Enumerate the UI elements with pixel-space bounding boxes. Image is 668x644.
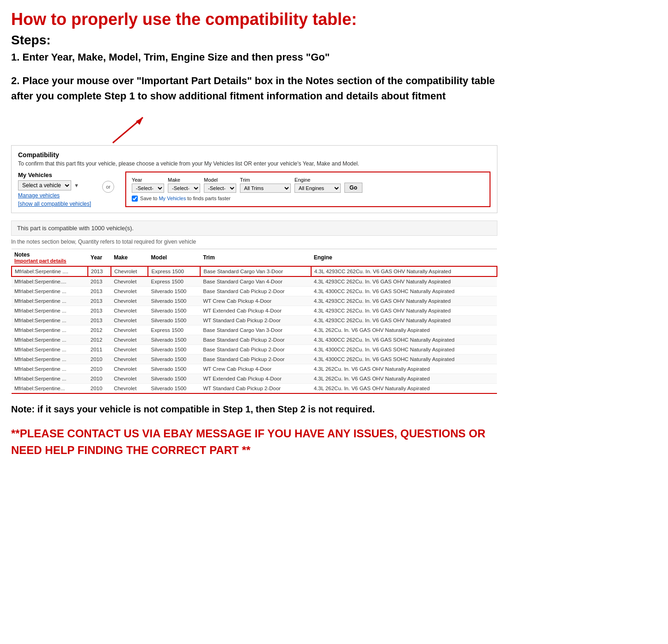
model-cell: Silverado 1500 (148, 344, 200, 354)
make-field: Make -Select- (168, 177, 200, 193)
year-cell: 2010 (88, 374, 111, 383)
make-cell: Chevrolet (111, 286, 148, 296)
save-checkbox-row: Save to My Vehicles to finds parts faste… (132, 196, 484, 202)
notes-cell: Mfrlabel:Serpentine... (12, 383, 88, 393)
trim-cell: Base Standard Cargo Van 3-Door (200, 325, 311, 335)
model-cell: Silverado 1500 (148, 383, 200, 393)
year-cell: 2010 (88, 383, 111, 393)
table-row: Mfrlabel:Serpentine ...2010ChevroletSilv… (12, 364, 497, 374)
model-cell: Silverado 1500 (148, 374, 200, 383)
make-cell: Chevrolet (111, 315, 148, 325)
year-label: Year (132, 177, 164, 183)
table-row: Mfrlabel:Serpentine ...2013ChevroletSilv… (12, 306, 497, 315)
trim-cell: Base Standard Cab Pickup 2-Door (200, 335, 311, 344)
steps-heading: Steps: (11, 33, 497, 48)
year-cell: 2013 (88, 286, 111, 296)
engine-cell: 4.3L 262Cu. In. V6 GAS OHV Naturally Asp… (311, 374, 497, 383)
table-header-row: Notes Important part details Year Make M… (12, 249, 497, 266)
make-cell: Chevrolet (111, 354, 148, 364)
engine-cell: 4.3L 262Cu. In. V6 GAS OHV Naturally Asp… (311, 325, 497, 335)
year-select[interactable]: -Select- (132, 184, 164, 193)
trim-cell: Base Standard Cargo Van 3-Door (200, 266, 311, 276)
trim-cell: Base Standard Cab Pickup 2-Door (200, 344, 311, 354)
quantity-note: In the notes section below, Quantity ref… (11, 239, 497, 245)
col-model: Model (148, 249, 200, 266)
year-field: Year -Select- (132, 177, 164, 193)
notes-cell: Mfrlabel:Serpentine ... (12, 335, 88, 344)
col-notes: Notes Important part details (12, 249, 88, 266)
model-cell: Silverado 1500 (148, 335, 200, 344)
year-cell: 2012 (88, 335, 111, 344)
model-cell: Silverado 1500 (148, 296, 200, 306)
compat-title: Compatibility (18, 151, 490, 159)
trim-cell: WT Crew Cab Pickup 4-Door (200, 364, 311, 374)
make-cell: Chevrolet (111, 364, 148, 374)
make-label: Make (168, 177, 200, 183)
show-all-link[interactable]: [show all compatible vehicles] (18, 201, 91, 207)
go-button[interactable]: Go (344, 183, 362, 193)
col-engine: Engine (311, 249, 497, 266)
trim-cell: Base Standard Cab Pickup 2-Door (200, 286, 311, 296)
manage-vehicles-link[interactable]: Manage vehicles (18, 192, 91, 199)
notes-cell: Mfrlabel:Serpentine .... (12, 266, 88, 276)
year-cell: 2013 (88, 296, 111, 306)
trim-field: Trim All Trims (240, 177, 291, 193)
make-cell: Chevrolet (111, 374, 148, 383)
model-cell: Silverado 1500 (148, 286, 200, 296)
table-row: Mfrlabel:Serpentine ...2013ChevroletSilv… (12, 296, 497, 306)
trim-label: Trim (240, 177, 291, 183)
trim-select[interactable]: All Trims (240, 184, 291, 193)
model-cell: Express 1500 (148, 325, 200, 335)
model-cell: Silverado 1500 (148, 354, 200, 364)
col-year: Year (88, 249, 111, 266)
trim-cell: WT Standard Cab Pickup 2-Door (200, 383, 311, 393)
year-cell: 2010 (88, 354, 111, 364)
engine-cell: 4.3L 4293CC 262Cu. In. V6 GAS OHV Natura… (311, 266, 497, 276)
vehicle-select[interactable]: Select a vehicle (18, 180, 71, 190)
notes-cell: Mfrlabel:Serpentine ... (12, 286, 88, 296)
table-row: Mfrlabel:Serpentine ...2010ChevroletSilv… (12, 354, 497, 364)
or-circle: or (102, 181, 114, 193)
svg-marker-1 (136, 117, 143, 125)
make-cell: Chevrolet (111, 325, 148, 335)
step2-text: 2. Place your mouse over "Important Part… (11, 73, 497, 104)
model-field: Model -Select- (204, 177, 236, 193)
engine-select[interactable]: All Engines (294, 184, 341, 193)
compat-count-bar: This part is compatible with 1000 vehicl… (11, 221, 497, 236)
contact-section: **PLEASE CONTACT US VIA EBAY MESSAGE IF … (11, 425, 497, 459)
engine-cell: 4.3L 4293CC 262Cu. In. V6 GAS OHV Natura… (311, 296, 497, 306)
engine-cell: 4.3L 262Cu. In. V6 GAS OHV Naturally Asp… (311, 383, 497, 393)
step1-text: 1. Enter Year, Make, Model, Trim, Engine… (11, 50, 497, 65)
make-cell: Chevrolet (111, 296, 148, 306)
my-vehicles-label: My Vehicles (18, 172, 91, 178)
save-checkbox[interactable] (132, 196, 138, 202)
make-cell: Chevrolet (111, 383, 148, 393)
engine-cell: 4.3L 262Cu. In. V6 GAS OHV Naturally Asp… (311, 364, 497, 374)
model-cell: Silverado 1500 (148, 315, 200, 325)
engine-cell: 4.3L 4293CC 262Cu. In. V6 GAS OHV Natura… (311, 306, 497, 315)
table-row: Mfrlabel:Serpentine ...2012ChevroletExpr… (12, 325, 497, 335)
engine-cell: 4.3L 4293CC 262Cu. In. V6 GAS OHV Natura… (311, 276, 497, 287)
make-cell: Chevrolet (111, 266, 148, 276)
make-select[interactable]: -Select- (168, 184, 200, 193)
table-row: Mfrlabel:Serpentine ...2013ChevroletSilv… (12, 315, 497, 325)
engine-cell: 4.3L 4300CC 262Cu. In. V6 GAS SOHC Natur… (311, 344, 497, 354)
year-cell: 2011 (88, 344, 111, 354)
important-part-link[interactable]: Important part details (14, 258, 85, 264)
notes-cell: Mfrlabel:Serpentine ... (12, 315, 88, 325)
notes-cell: Mfrlabel:Serpentine ... (12, 354, 88, 364)
my-vehicles-link2[interactable]: My Vehicles (159, 196, 186, 201)
engine-cell: 4.3L 4293CC 262Cu. In. V6 GAS OHV Natura… (311, 315, 497, 325)
engine-cell: 4.3L 4300CC 262Cu. In. V6 GAS SOHC Natur… (311, 286, 497, 296)
engine-field: Engine All Engines (294, 177, 341, 193)
notes-cell: Mfrlabel:Serpentine ... (12, 296, 88, 306)
year-cell: 2013 (88, 266, 111, 276)
col-trim: Trim (200, 249, 311, 266)
trim-cell: Base Standard Cargo Van 4-Door (200, 276, 311, 287)
year-cell: 2012 (88, 325, 111, 335)
year-cell: 2010 (88, 364, 111, 374)
model-cell: Express 1500 (148, 276, 200, 287)
table-row: Mfrlabel:Serpentine....2013ChevroletExpr… (12, 276, 497, 287)
model-select[interactable]: -Select- (204, 184, 236, 193)
table-row: Mfrlabel:Serpentine ....2013ChevroletExp… (12, 266, 497, 276)
